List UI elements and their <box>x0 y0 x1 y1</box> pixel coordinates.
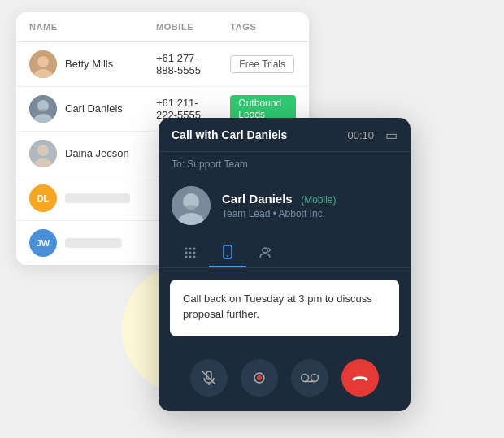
svg-point-20 <box>185 255 188 258</box>
table-row[interactable]: Betty Mills +61 277-888-5555 Free Trials <box>16 41 309 86</box>
col-name: NAME <box>16 12 143 42</box>
svg-point-18 <box>189 251 192 254</box>
svg-point-32 <box>311 374 319 381</box>
call-contact-name-row: Carl Daniels (Mobile) <box>222 192 337 206</box>
contact-name: Carl Daniels <box>65 102 123 115</box>
svg-point-25 <box>263 248 267 253</box>
tag-badge: Free Trials <box>230 55 294 73</box>
call-actions <box>159 348 411 411</box>
name-cell: Carl Daniels <box>29 95 130 123</box>
avatar <box>29 95 57 123</box>
svg-point-31 <box>302 374 309 381</box>
call-contact-avatar <box>172 186 211 225</box>
placeholder-bar <box>65 238 122 248</box>
name-cell: Daina Jecson <box>29 140 130 167</box>
placeholder-bar <box>65 193 130 203</box>
avatar <box>29 140 57 167</box>
call-note: Call back on Tuesday at 3 pm to discuss … <box>170 280 399 336</box>
call-contact-name: Carl Daniels <box>222 192 293 206</box>
voicemail-button[interactable] <box>291 359 328 397</box>
name-cell: DL <box>29 184 130 212</box>
avatar <box>29 50 57 78</box>
call-header-right: 00:10 ▭ <box>347 128 398 143</box>
avatar: DL <box>29 184 57 212</box>
svg-point-13 <box>185 205 198 211</box>
record-button[interactable] <box>241 359 278 397</box>
col-mobile: MOBILE <box>143 12 217 42</box>
call-contact-sub: Team Lead • Abbott Inc. <box>222 208 337 219</box>
svg-point-1 <box>37 56 49 67</box>
hangup-button[interactable] <box>341 359 379 397</box>
tab-dialpad[interactable] <box>172 238 209 267</box>
call-widget: Call with Carl Daniels 00:10 ▭ To: Suppo… <box>159 118 411 411</box>
call-contact-info: Carl Daniels (Mobile) Team Lead • Abbott… <box>159 176 411 235</box>
tab-phone[interactable] <box>209 238 246 267</box>
svg-point-16 <box>193 247 196 249</box>
call-timer: 00:10 <box>347 129 374 141</box>
call-title: Call with Carl Daniels <box>172 128 287 141</box>
name-cell: JW <box>29 229 130 257</box>
svg-point-30 <box>257 375 262 380</box>
col-tags: TAGS <box>217 12 309 42</box>
minimize-button[interactable]: ▭ <box>385 128 398 143</box>
call-contact-details: Carl Daniels (Mobile) Team Lead • Abbott… <box>222 192 337 219</box>
svg-point-8 <box>37 145 49 156</box>
call-tabs <box>159 238 411 268</box>
call-header: Call with Carl Daniels 00:10 ▭ <box>159 118 411 152</box>
svg-point-21 <box>189 255 192 258</box>
svg-point-22 <box>193 255 196 258</box>
contact-name: Betty Mills <box>65 58 113 70</box>
svg-point-14 <box>185 247 188 249</box>
svg-point-17 <box>185 251 188 254</box>
svg-point-6 <box>38 109 48 114</box>
call-to-label: To: Support Team <box>159 152 411 176</box>
call-contact-type: (Mobile) <box>301 194 336 206</box>
mute-button[interactable] <box>190 359 228 397</box>
svg-point-19 <box>193 251 196 254</box>
avatar: JW <box>29 229 57 257</box>
contact-name: Daina Jecson <box>65 147 129 159</box>
tab-transfer[interactable] <box>246 238 284 267</box>
name-cell: Betty Mills <box>29 50 130 78</box>
svg-point-24 <box>227 255 228 257</box>
contact-mobile: +61 277-888-5555 <box>143 41 217 86</box>
svg-point-15 <box>189 247 192 249</box>
